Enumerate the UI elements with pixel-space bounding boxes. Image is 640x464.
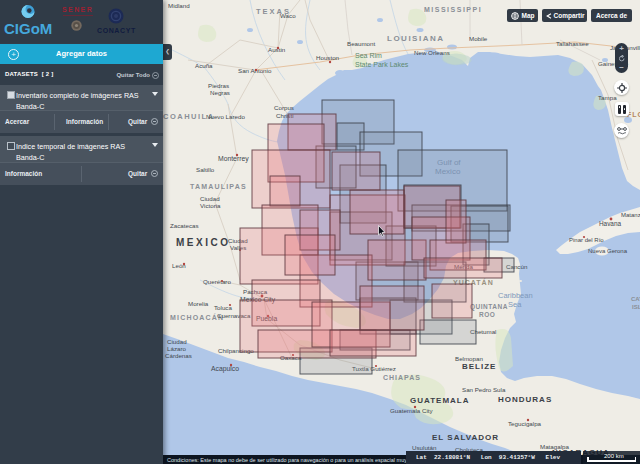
svg-text:Ciudad: Ciudad bbox=[167, 338, 187, 345]
svg-text:New Orleans: New Orleans bbox=[414, 49, 450, 56]
svg-text:ISLAN: ISLAN bbox=[632, 304, 640, 310]
svg-text:Monterrey: Monterrey bbox=[218, 155, 249, 163]
svg-text:Matanzas: Matanzas bbox=[621, 212, 640, 218]
svg-text:Victoria: Victoria bbox=[200, 202, 221, 209]
svg-text:Corpus: Corpus bbox=[274, 104, 294, 111]
svg-text:Sea: Sea bbox=[508, 300, 522, 309]
svg-text:Matagalpa: Matagalpa bbox=[540, 443, 569, 450]
svg-text:Nueva Gerona: Nueva Gerona bbox=[588, 248, 628, 254]
svg-text:Tampa: Tampa bbox=[598, 94, 617, 101]
svg-text:LOUISIANA: LOUISIANA bbox=[387, 34, 445, 43]
svg-text:BELIZE: BELIZE bbox=[462, 362, 496, 371]
svg-text:Tallahassee: Tallahassee bbox=[556, 40, 589, 47]
svg-text:Caribbean: Caribbean bbox=[498, 291, 533, 300]
svg-text:Belmopan: Belmopan bbox=[455, 355, 483, 362]
svg-text:Tegucigalpa: Tegucigalpa bbox=[508, 420, 542, 427]
svg-text:EL SALVADOR: EL SALVADOR bbox=[432, 433, 499, 442]
svg-text:Nuevo Laredo: Nuevo Laredo bbox=[206, 113, 245, 120]
svg-text:CHIAPAS: CHIAPAS bbox=[383, 374, 421, 381]
svg-text:Usulután: Usulután bbox=[412, 444, 437, 451]
svg-text:TAMAULIPAS: TAMAULIPAS bbox=[190, 183, 247, 190]
svg-text:Austin: Austin bbox=[268, 46, 286, 53]
svg-text:Pinar del Río: Pinar del Río bbox=[569, 237, 604, 243]
svg-text:Mobile: Mobile bbox=[469, 35, 488, 42]
svg-text:Piedras: Piedras bbox=[208, 82, 229, 89]
svg-text:MISSISSIPPI: MISSISSIPPI bbox=[424, 6, 482, 13]
svg-text:ROO: ROO bbox=[479, 311, 495, 318]
svg-text:Havana: Havana bbox=[599, 220, 621, 227]
svg-text:Cárdenas: Cárdenas bbox=[165, 352, 192, 359]
svg-text:CAYM: CAYM bbox=[631, 296, 640, 302]
svg-text:State Park Lakes: State Park Lakes bbox=[355, 61, 409, 68]
svg-text:Ciudad: Ciudad bbox=[200, 195, 220, 202]
svg-text:Beaumont: Beaumont bbox=[347, 40, 375, 47]
svg-text:GUATEMALA: GUATEMALA bbox=[410, 396, 470, 405]
svg-text:Guatemala City: Guatemala City bbox=[390, 407, 434, 414]
svg-text:Negras: Negras bbox=[210, 89, 230, 96]
svg-text:Acuña: Acuña bbox=[195, 62, 213, 69]
svg-text:Houston: Houston bbox=[316, 54, 340, 61]
svg-text:Waco: Waco bbox=[280, 12, 296, 19]
svg-text:Lázaro: Lázaro bbox=[167, 345, 186, 352]
svg-text:HONDURAS: HONDURAS bbox=[498, 395, 552, 404]
svg-text:Zacatecas: Zacatecas bbox=[170, 222, 199, 229]
svg-text:Morelia: Morelia bbox=[188, 300, 209, 307]
svg-text:Sea Rim: Sea Rim bbox=[355, 52, 382, 59]
svg-text:Querétaro: Querétaro bbox=[203, 278, 231, 285]
svg-text:MEXICO: MEXICO bbox=[176, 237, 230, 248]
svg-text:Saltillo: Saltillo bbox=[196, 166, 215, 173]
svg-text:Midland: Midland bbox=[168, 2, 190, 9]
svg-text:San Pedro Sula: San Pedro Sula bbox=[462, 386, 506, 393]
svg-text:Acapulco: Acapulco bbox=[211, 365, 239, 373]
svg-text:QUINTANA: QUINTANA bbox=[470, 303, 508, 311]
